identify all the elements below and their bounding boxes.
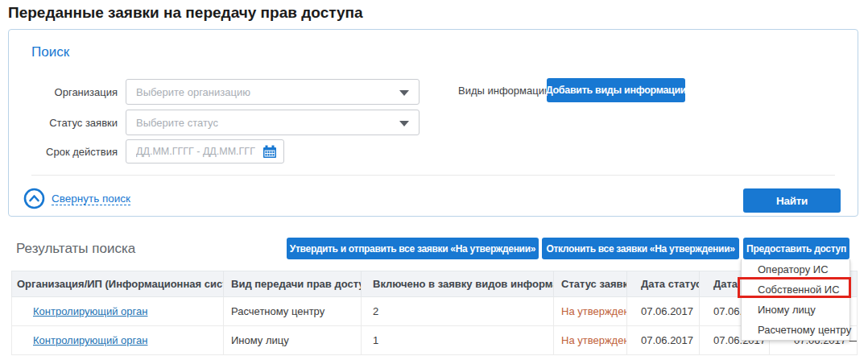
results-heading: Результаты поиска (16, 241, 135, 257)
search-heading: Поиск (31, 44, 69, 60)
menu-item-settlement-center[interactable]: Расчетному центру (742, 320, 849, 340)
status-date-cell: 07.06.2017 (627, 297, 700, 326)
info-count-cell: 2 (362, 297, 554, 326)
organization-link[interactable]: Контролирующий орган (33, 334, 147, 346)
approve-all-button[interactable]: Утвердить и отправить все заявки «На утв… (287, 238, 539, 259)
transfer-type-cell: Иному лицу (224, 326, 362, 355)
transfer-type-cell: Расчетному центру (224, 297, 362, 326)
organization-select[interactable]: Выберите организацию (126, 79, 420, 105)
grant-access-button[interactable]: Предоставить доступ (743, 238, 849, 259)
search-panel: Поиск Организация Выберите организацию С… (8, 29, 858, 217)
panel-divider (31, 175, 835, 176)
status-badge: На утверждении (561, 305, 627, 317)
organization-label: Организация (9, 86, 118, 98)
add-info-types-button[interactable]: Добавить виды информации (547, 78, 685, 102)
chevron-down-icon[interactable] (399, 121, 409, 126)
col-header-info-count: Включено в заявку видов информации (362, 271, 554, 297)
collapse-circle-icon[interactable] (23, 188, 45, 209)
chevron-down-icon[interactable] (399, 90, 409, 96)
info-types-label: Виды информации (458, 85, 550, 97)
col-header-status: Статус заявки (554, 271, 627, 297)
table-header-row: Организация/ИП (Информационная система) … (12, 271, 858, 297)
status-placeholder: Выберите статус (136, 117, 218, 129)
organization-placeholder: Выберите организацию (136, 86, 250, 98)
page-title: Переданные заявки на передачу прав досту… (8, 4, 363, 22)
find-button[interactable]: Найти (743, 188, 841, 213)
col-header-transfer-type: Вид передачи прав доступа (224, 271, 362, 297)
menu-item-own-is[interactable]: Собственной ИС (742, 279, 849, 300)
grant-access-menu: Оператору ИС Собственной ИС Иному лицу Р… (741, 259, 850, 341)
menu-item-other-person[interactable]: Иному лицу (742, 300, 849, 320)
validity-range-input[interactable] (136, 146, 255, 157)
results-table: Организация/ИП (Информационная система) … (11, 271, 858, 355)
page: Переданные заявки на передачу прав досту… (0, 0, 868, 356)
col-header-status-date: Дата статуса (627, 271, 700, 297)
table-row: Контролирующий орган Расчетному центру 2… (12, 297, 858, 326)
col-header-organization: Организация/ИП (Информационная система) (12, 271, 224, 297)
status-date-cell: 07.06.2017 (627, 326, 700, 355)
menu-item-operator-is[interactable]: Оператору ИС (742, 259, 849, 279)
status-badge: На утверждении (561, 334, 627, 346)
table-row: Контролирующий орган Иному лицу 1 На утв… (12, 326, 858, 355)
status-label: Статус заявки (9, 117, 118, 129)
validity-label: Срок действия (9, 146, 118, 158)
organization-link[interactable]: Контролирующий орган (33, 305, 147, 317)
info-count-cell: 1 (362, 326, 554, 355)
status-select[interactable]: Выберите статус (126, 110, 420, 135)
collapse-search-link[interactable]: Свернуть поиск (52, 192, 130, 205)
calendar-icon[interactable] (262, 145, 277, 159)
validity-range-field[interactable] (126, 139, 284, 164)
decline-all-button[interactable]: Отклонить все заявки «На утверждении» (542, 238, 739, 259)
